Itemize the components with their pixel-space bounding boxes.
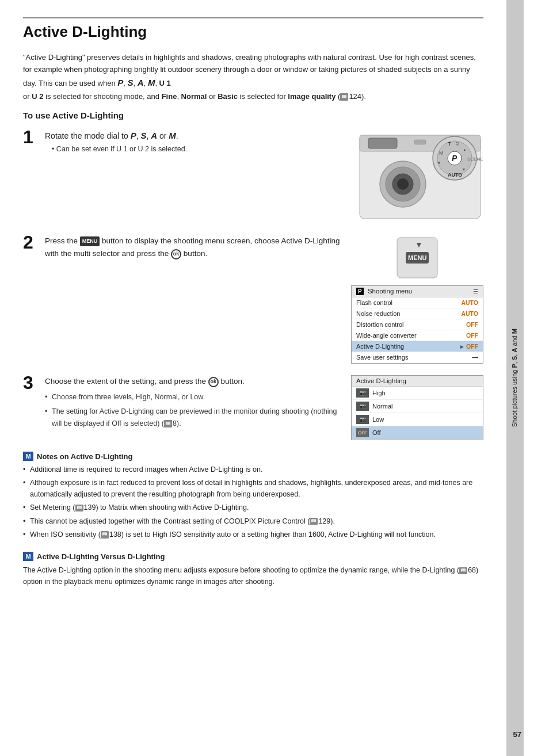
notes-list: Additional time is required to record im… [23, 464, 483, 540]
adl-menu-title: Active D-Lighting [352, 376, 483, 387]
step-2-images: MENU ▼ P Shooting menu ☰ Flash control [351, 235, 483, 364]
qual-image: Image quality [288, 92, 336, 101]
intro-comma1: , [123, 79, 127, 87]
step-2: 2 Press the MENU button to display the s… [23, 235, 483, 364]
intro-paragraph: "Active D-Lighting" preserves details in… [23, 51, 483, 102]
page: Active D-Lighting "Active D-Lighting" pr… [0, 0, 549, 756]
adl-high-icon: 📷 [356, 388, 369, 398]
ok-button-label: ok [171, 249, 181, 259]
step-1-number: 1 [23, 127, 45, 147]
svg-text:T: T [448, 141, 451, 147]
adl-menu-label: Active D-Lighting [356, 343, 404, 350]
save-label: Save user settings [356, 354, 409, 361]
page-number: 57 [513, 730, 521, 739]
adl-versus-box: M Active D-Lighting Versus D-Lighting Th… [23, 552, 483, 587]
side-tab-text: Shoot pictures using P, S, A and M [510, 329, 519, 427]
step-3-body: Choose the extent of the setting, and pr… [45, 375, 483, 440]
svg-text:P: P [452, 154, 458, 163]
adl-item-high: 📷 High [352, 387, 483, 400]
svg-rect-19 [414, 140, 426, 144]
adl-low-icon: 📷 [356, 415, 369, 424]
note-item-3: Set Metering (📖139) to Matrix when shoot… [23, 502, 483, 513]
intro-comma4: , [155, 79, 159, 87]
adl-versus-icon: M [23, 552, 33, 561]
shooting-menu-title: P Shooting menu ☰ [352, 286, 483, 297]
svg-text:AUTO: AUTO [448, 172, 462, 178]
menu-item-flash: Flash control AUTO [352, 297, 483, 308]
svg-text:MENU: MENU [408, 254, 426, 261]
adl-normal-label: Normal [372, 403, 392, 410]
svg-text:▾: ▾ [463, 167, 465, 172]
menu-item-adl: Active D-Lighting ► OFF [352, 341, 483, 352]
note-item-1: Additional time is required to record im… [23, 464, 483, 475]
adl-off-icon: OFF [356, 428, 369, 437]
noise-value: AUTO [461, 310, 478, 317]
camera-dial-svg: T Q ▸ SCENE ▾ AUTO ◂ M P [357, 129, 483, 222]
svg-text:M: M [439, 150, 444, 156]
step-3-text: Choose the extent of the setting, and pr… [45, 375, 342, 429]
noise-label: Noise reduction [356, 310, 400, 317]
save-value: — [472, 354, 479, 361]
distortion-value: OFF [466, 321, 478, 328]
adl-menu-box: Active D-Lighting 📷 High 📷 Normal 📷 Low [351, 375, 483, 440]
adl-item-off: OFF Off [352, 426, 483, 440]
menu-item-wideangle: Wide-angle converter OFF [352, 330, 483, 341]
svg-text:SCENE: SCENE [467, 156, 483, 162]
svg-text:◂: ◂ [437, 160, 440, 165]
adl-normal-icon: 📷 [356, 402, 369, 411]
menu-button-label: MENU [80, 236, 100, 246]
svg-text:▼: ▼ [415, 240, 423, 249]
mode-m: M [148, 78, 155, 87]
notes-heading: M Notes on Active D-Lighting [23, 452, 483, 461]
adl-versus-text: The Active D-Lighting option in the shoo… [23, 564, 483, 587]
step-3-bullet1: • Choose from three levels, High, Normal… [45, 391, 342, 403]
menu-button-svg: MENU ▼ [394, 235, 440, 281]
section-heading: To use Active D-Lighting [23, 110, 483, 120]
shooting-menu-title-label: P Shooting menu [356, 288, 412, 295]
flash-value: AUTO [461, 299, 478, 306]
svg-point-18 [397, 178, 409, 190]
step-1-body: Rotate the mode dial to P, S, A or M. Ca… [45, 129, 483, 223]
step-2-adl-label: Active D-Lighting [281, 236, 340, 245]
menu-icon: ☰ [473, 288, 478, 295]
distortion-label: Distortion control [356, 321, 404, 328]
qual-normal: Normal [181, 92, 207, 101]
menu-item-noise: Noise reduction AUTO [352, 308, 483, 319]
note-item-4: This cannot be adjusted together with th… [23, 516, 483, 527]
adl-off-label: Off [372, 429, 380, 436]
main-content: Active D-Lighting "Active D-Lighting" pr… [0, 0, 506, 756]
adl-high-label: High [372, 390, 386, 396]
intro-text1: "Active D-Lighting" preserves details in… [23, 53, 476, 87]
svg-text:▸: ▸ [464, 147, 466, 152]
step-3-bullet2: • The setting for Active D-Lighting can … [45, 406, 342, 429]
title-bar: Active D-Lighting [23, 17, 483, 41]
menu-item-distortion: Distortion control OFF [352, 319, 483, 330]
step-2-number: 2 [23, 232, 45, 253]
adl-versus-heading: M Active D-Lighting Versus D-Lighting [23, 552, 483, 561]
step-1-title: Rotate the mode dial to P, S, A or M. [45, 129, 348, 143]
side-tab: Shoot pictures using P, S, A and M [506, 0, 524, 756]
flash-label: Flash control [356, 299, 392, 306]
adl-versus-heading-text: Active D-Lighting Versus D-Lighting [37, 552, 165, 561]
mode-u2: U 2 [32, 92, 43, 101]
svg-text:Q: Q [456, 142, 459, 146]
adl-item-normal: 📷 Normal [352, 400, 483, 413]
note-item-5: When ISO sensitivity (📖138) is set to Hi… [23, 529, 483, 540]
notes-box: M Notes on Active D-Lighting Additional … [23, 452, 483, 540]
step-1-subtitle: Can be set even if U 1 or U 2 is selecte… [45, 145, 348, 153]
notes-heading-text: Notes on Active D-Lighting [37, 452, 132, 461]
mode-p: P [117, 78, 123, 87]
step-2-text: Press the MENU button to display the sho… [45, 235, 342, 261]
mode-s: S [128, 78, 134, 87]
page-title: Active D-Lighting [23, 23, 483, 41]
step-3: 3 Choose the extent of the setting, and … [23, 375, 483, 440]
note-icon-m: M [23, 452, 33, 461]
adl-value: OFF [466, 343, 478, 350]
qual-basic: Basic [218, 92, 238, 101]
note-item-2: Although exposure is in fact reduced to … [23, 478, 483, 500]
adl-item-low: 📷 Low [352, 413, 483, 426]
intro-comma2: , [134, 79, 138, 87]
step-3-number: 3 [23, 373, 45, 393]
menu-item-save: Save user settings — [352, 352, 483, 363]
qual-fine: Fine [162, 92, 177, 101]
